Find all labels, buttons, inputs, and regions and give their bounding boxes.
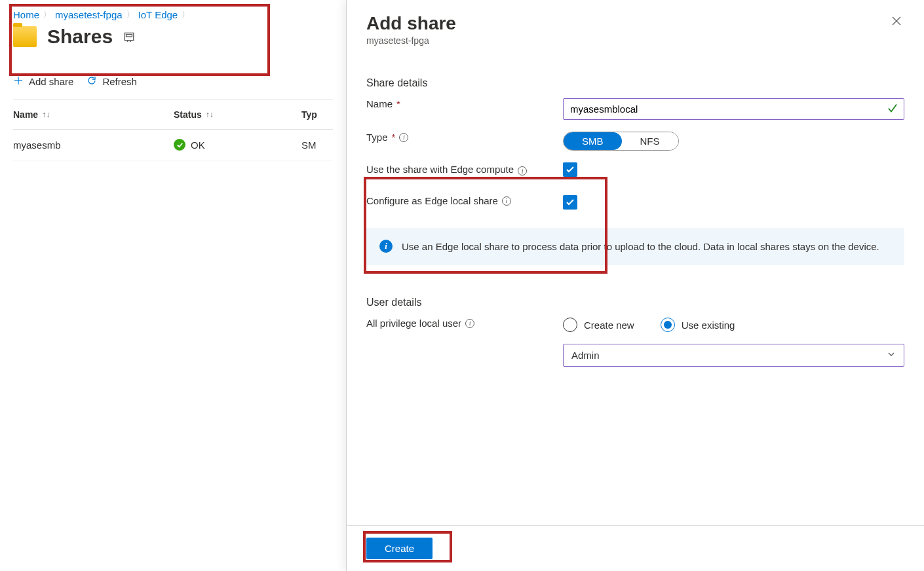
close-icon (891, 16, 902, 26)
refresh-label: Refresh (102, 76, 137, 87)
column-status[interactable]: Status↑↓ (174, 109, 301, 120)
check-icon (887, 103, 898, 115)
edge-local-label: Configure as Edge local share i (366, 195, 563, 206)
info-icon[interactable]: i (399, 133, 408, 142)
pin-icon[interactable] (123, 31, 135, 43)
breadcrumb-iot-edge[interactable]: IoT Edge (138, 9, 178, 20)
edge-compute-checkbox[interactable] (563, 162, 577, 177)
breadcrumb-device[interactable]: myasetest-fpga (55, 9, 123, 20)
column-type[interactable]: Typ (301, 109, 333, 120)
info-banner: i Use an Edge local share to process dat… (366, 228, 904, 265)
cell-type: SM (301, 139, 333, 151)
add-share-label: Add share (29, 76, 73, 87)
folder-icon (13, 26, 37, 47)
info-banner-text: Use an Edge local share to process data … (402, 240, 879, 253)
name-label: Name * (366, 98, 563, 109)
cell-status: OK (174, 139, 301, 151)
create-button[interactable]: Create (366, 538, 433, 559)
type-smb[interactable]: SMB (564, 132, 622, 150)
user-details-heading: User details (366, 297, 904, 308)
refresh-icon (87, 75, 97, 88)
breadcrumb-home[interactable]: Home (13, 9, 39, 20)
sort-icon: ↑↓ (206, 110, 214, 119)
chevron-down-icon (887, 350, 896, 361)
radio-icon (661, 318, 675, 332)
panel-subtitle: myasetest-fpga (366, 35, 456, 46)
add-share-button[interactable]: Add share (13, 75, 73, 88)
panel-title: Add share (366, 13, 456, 34)
svg-rect-1 (126, 35, 132, 37)
type-nfs[interactable]: NFS (622, 132, 678, 150)
breadcrumb: Home 〉 myasetest-fpga 〉 IoT Edge 〉 (13, 9, 333, 20)
sort-icon: ↑↓ (42, 110, 50, 119)
radio-create-new[interactable]: Create new (563, 318, 634, 332)
table-row[interactable]: myasesmb OK SM (13, 130, 333, 160)
chevron-right-icon: 〉 (43, 9, 51, 20)
chevron-right-icon: 〉 (126, 9, 134, 20)
refresh-button[interactable]: Refresh (87, 75, 137, 88)
page-title: Shares (47, 26, 113, 48)
user-label: All privilege local user i (366, 318, 563, 329)
name-input[interactable] (563, 98, 904, 120)
edge-local-checkbox[interactable] (563, 195, 577, 210)
ok-icon (174, 139, 185, 151)
dropdown-value: Admin (571, 350, 600, 361)
column-name[interactable]: Name↑↓ (13, 109, 174, 120)
plus-icon (13, 75, 24, 88)
type-toggle: SMB NFS (563, 132, 679, 151)
type-label: Type * i (366, 132, 563, 143)
user-dropdown[interactable]: Admin (563, 344, 904, 367)
cell-name: myasesmb (13, 139, 174, 151)
info-icon: i (379, 240, 393, 253)
info-icon[interactable]: i (518, 166, 527, 175)
info-icon[interactable]: i (465, 319, 474, 328)
chevron-right-icon: 〉 (182, 9, 189, 20)
share-details-heading: Share details (366, 77, 904, 89)
close-button[interactable] (889, 13, 904, 32)
radio-icon (563, 318, 577, 332)
table-header: Name↑↓ Status↑↓ Typ (13, 100, 333, 130)
edge-compute-label: Use the share with Edge compute i (366, 162, 563, 175)
radio-use-existing[interactable]: Use existing (661, 318, 735, 332)
info-icon[interactable]: i (502, 196, 511, 206)
